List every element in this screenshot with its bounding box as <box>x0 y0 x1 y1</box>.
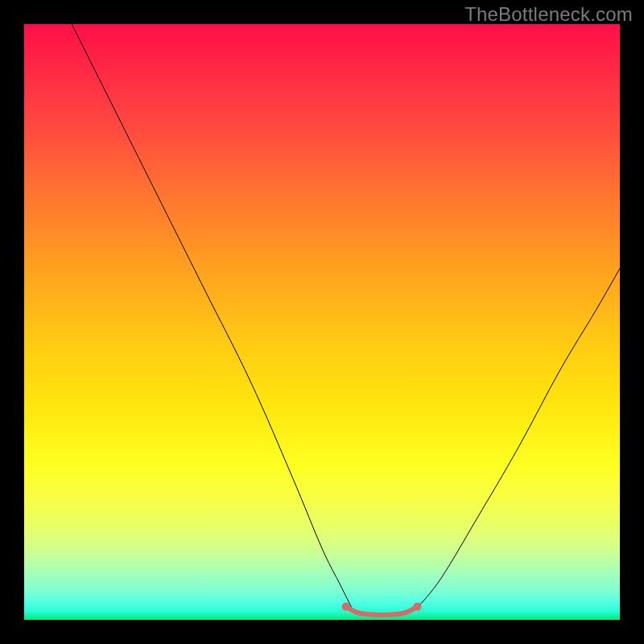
series-curve-left <box>72 24 352 608</box>
curves-group <box>72 24 620 615</box>
watermark-text: TheBottleneck.com <box>464 3 633 26</box>
series-valley-band-end-dot-0 <box>342 603 350 611</box>
plot-area <box>24 24 620 620</box>
series-valley-band-end-dot-1 <box>413 603 421 611</box>
series-curve-right <box>417 268 620 608</box>
chart-frame: TheBottleneck.com <box>0 0 644 644</box>
curve-layer <box>24 24 620 620</box>
series-valley-band <box>346 607 418 615</box>
